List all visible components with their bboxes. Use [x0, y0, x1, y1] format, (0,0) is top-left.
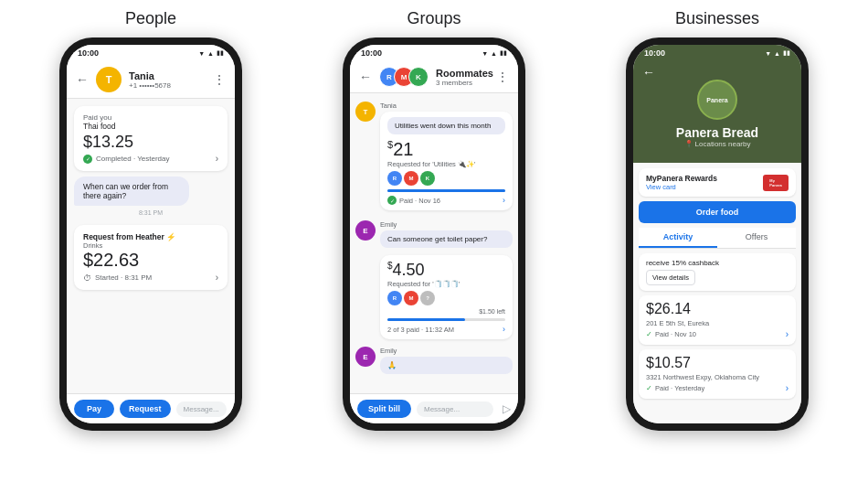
more-icon-groups[interactable]: ⋮ [496, 70, 509, 84]
phone-screen-businesses: 10:00 ▼ ▲ ▮▮ ← Panera Panera Bread 📍 [633, 45, 801, 423]
section-groups: Groups 10:00 ▼ ▲ ▮▮ ← R M [302, 9, 566, 431]
utilities-card[interactable]: Utilities went down this month $21 Reque… [380, 112, 513, 210]
status-icons-b: ▼ ▲ ▮▮ [765, 49, 790, 57]
wifi-icon: ▼ [198, 50, 205, 57]
status-dot-paid [83, 155, 92, 164]
rewards-logo: MyPanera [763, 175, 789, 191]
tp-card[interactable]: $4.50 Requested for '🧻🧻🧻' R M ? $1.50 le… [380, 255, 513, 339]
section-title-groups: Groups [407, 9, 460, 28]
check-icon-2: ✓ [646, 384, 652, 392]
status-time-b: 10:00 [644, 48, 665, 58]
group-message-tania: T Tania Utilities went down this month $… [355, 102, 513, 210]
battery-icon-g: ▮▮ [500, 49, 507, 57]
emily-bubble1: Can someone get toilet paper? [380, 230, 513, 248]
chevron-req[interactable]: › [216, 273, 218, 283]
back-arrow-groups[interactable]: ← [359, 70, 372, 84]
back-arrow-biz[interactable]: ← [642, 65, 655, 80]
paid-amount: $13.25 [83, 133, 218, 152]
phone-people: 10:00 ▼ ▲ ▮▮ ← T Tania +1 ••••••5678 ⋮ [59, 37, 242, 431]
tp-label: Requested for '🧻🧻🧻' [387, 280, 505, 288]
battery-icon: ▮▮ [217, 49, 224, 57]
cashback-text: receive 15% cashback [646, 259, 789, 267]
rewards-card[interactable]: MyPanera Rewards View card MyPanera [639, 168, 796, 197]
transaction-1[interactable]: $26.14 201 E 5th St, Eureka ✓ Paid · Nov… [639, 295, 796, 345]
chevron-paid[interactable]: › [216, 154, 218, 164]
biz-content: MyPanera Rewards View card MyPanera Orde… [633, 163, 801, 423]
cashback-card: receive 15% cashback View details [639, 253, 796, 291]
green-header: ← Panera Panera Bread 📍 Locations nearby [633, 61, 801, 163]
bar-name-groups: Roommates [436, 68, 496, 79]
section-businesses: Businesses 10:00 ▼ ▲ ▮▮ ← Panera [585, 9, 850, 431]
battery-icon-b: ▮▮ [783, 49, 790, 57]
rewards-link[interactable]: View card [646, 183, 717, 191]
order-food-button[interactable]: Order food [639, 201, 796, 223]
send-icon-groups[interactable]: ▷ [503, 402, 511, 415]
req-amount: $22.63 [83, 250, 218, 271]
avatar-emily2: E [355, 347, 376, 367]
phone-screen-groups: 10:00 ▼ ▲ ▮▮ ← R M K Roo [350, 45, 518, 423]
req-status-text: Started · 8:31 PM [95, 273, 152, 282]
app-bar-groups: ← R M K Roommates 3 members ⋮ [350, 61, 518, 93]
message-placeholder-people: Message... [184, 405, 219, 413]
chevron-txn2[interactable]: › [786, 383, 789, 393]
avatar-emily: E [355, 220, 376, 241]
split-bill-button[interactable]: Split bill [357, 400, 411, 418]
utilities-label: Requested for 'Utilities 🔌✨' [387, 160, 505, 168]
message-area-groups[interactable]: Message... [417, 401, 493, 417]
tp-amount: $4.50 [387, 261, 505, 280]
pay-button[interactable]: Pay [74, 400, 114, 418]
tabs-row: Activity Offers [639, 228, 796, 249]
txn2-address: 3321 Northwest Expy, Oklahoma City [646, 373, 789, 381]
location-icon: 📍 [684, 140, 693, 148]
tp-status-row: 2 of 3 paid · 11:32 AM › [387, 325, 505, 334]
section-title-people: People [125, 9, 176, 28]
bar-text-people: Tania +1 ••••••5678 [129, 70, 213, 90]
status-time: 10:00 [78, 48, 99, 58]
bar-sub-groups: 3 members [436, 79, 496, 87]
phone-groups: 10:00 ▼ ▲ ▮▮ ← R M K Roo [343, 37, 525, 431]
group-sender-tania: Tania [380, 102, 513, 110]
paid-card[interactable]: Paid you Thai food $13.25 Completed · Ye… [74, 106, 228, 171]
rewards-title: MyPanera Rewards [646, 174, 717, 183]
avatar-tania-g: T [355, 102, 376, 122]
biz-location: 📍 Locations nearby [684, 140, 751, 148]
bottom-bar-groups: Split bill Message... ▷ [350, 393, 518, 423]
section-people: People 10:00 ▼ ▲ ▮▮ ← T Tania [18, 9, 283, 431]
chat-bubble-people: When can we order from there again? [74, 177, 189, 206]
tp-progress [387, 318, 505, 321]
biz-logo: Panera [697, 80, 737, 120]
sections-wrapper: People 10:00 ▼ ▲ ▮▮ ← T Tania [0, 0, 868, 431]
group-sender-emily2: Emily [380, 347, 513, 355]
status-bar-people: 10:00 ▼ ▲ ▮▮ [67, 45, 235, 61]
request-card-people[interactable]: Request from Heather ⚡ Drinks $22.63 ⏱ S… [74, 225, 228, 290]
chat-time-people: 8:31 PM [74, 209, 228, 216]
txn1-status: ✓ Paid · Nov 10 › [646, 329, 789, 339]
tab-activity[interactable]: Activity [639, 228, 717, 248]
utilities-avatars: R M K [387, 171, 505, 186]
avatar-group-groups: R M K [379, 67, 429, 87]
back-arrow-people[interactable]: ← [76, 72, 89, 87]
group-msg-emily2: Emily 🙏 [380, 347, 513, 374]
more-icon-people[interactable]: ⋮ [213, 72, 226, 87]
paid-label: Paid you [83, 113, 218, 122]
status-bar-biz: 10:00 ▼ ▲ ▮▮ [633, 45, 801, 61]
request-button[interactable]: Request [120, 400, 171, 418]
bar-sub-people: +1 ••••••5678 [129, 81, 213, 90]
txn1-address: 201 E 5th St, Eureka [646, 319, 789, 327]
biz-name: Panera Bread [676, 125, 758, 140]
rewards-left: MyPanera Rewards View card [646, 174, 717, 191]
section-title-businesses: Businesses [675, 9, 759, 28]
chevron-txn1[interactable]: › [786, 329, 789, 339]
transaction-2[interactable]: $10.57 3321 Northwest Expy, Oklahoma Cit… [639, 349, 796, 399]
req-title: Request from Heather ⚡ [83, 232, 218, 241]
message-area-people[interactable]: Message... [176, 401, 227, 417]
group-msg-content-tania: Tania Utilities went down this month $21… [380, 102, 513, 210]
content-groups: T Tania Utilities went down this month $… [350, 93, 518, 393]
signal-icon-b: ▲ [774, 50, 780, 57]
view-details-btn[interactable]: View details [646, 270, 695, 285]
tab-offers[interactable]: Offers [717, 228, 796, 248]
emily-bubble2: 🙏 [380, 357, 513, 374]
status-bar-groups: 10:00 ▼ ▲ ▮▮ [350, 45, 518, 61]
bar-text-groups: Roommates 3 members [436, 68, 496, 87]
utilities-paid-row: Paid · Nov 16 › [387, 196, 505, 205]
